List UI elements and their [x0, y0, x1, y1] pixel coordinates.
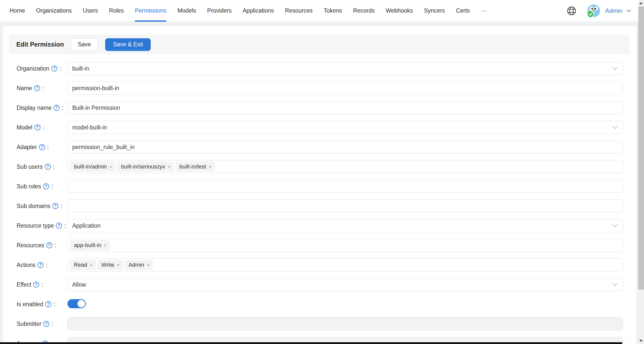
nav-item-more[interactable]: ··· [475, 0, 492, 21]
help-circle-icon[interactable]: ? [39, 144, 45, 150]
resources-multiselect[interactable]: app-built-in× [67, 239, 623, 252]
help-circle-icon[interactable]: ? [54, 105, 60, 111]
tag-remove-icon[interactable]: × [168, 164, 171, 169]
nav-item-providers[interactable]: Providers [202, 0, 237, 21]
tag-remove-icon[interactable]: × [109, 164, 112, 169]
sub-roles-multiselect[interactable] [67, 180, 623, 193]
form-row-actions: Actions?:Read×Write×Admin× [17, 258, 623, 271]
save-and-exit-button[interactable]: Save & Exit [105, 38, 151, 51]
label-colon: : [43, 124, 44, 131]
label-colon: : [55, 242, 56, 249]
vertical-scrollbar[interactable] [638, 0, 644, 344]
tag-remove-icon[interactable]: × [209, 164, 212, 169]
field-label-name: Name?: [17, 85, 67, 92]
display-name-input[interactable] [72, 105, 618, 111]
label-colon: : [60, 65, 61, 72]
help-circle-icon[interactable]: ? [34, 85, 40, 91]
form-row-is-enabled: Is enabled?: [17, 298, 623, 311]
form-row-sub-domains: Sub domains?: [17, 199, 623, 213]
label-text: Actions [17, 262, 35, 268]
adapter-input[interactable] [72, 144, 618, 151]
field-label-sub-users: Sub users?: [17, 163, 67, 170]
nav-item-models[interactable]: Models [172, 0, 202, 21]
nav-item-certs[interactable]: Certs [451, 0, 475, 21]
submitter-input-disabled [67, 317, 623, 330]
bottom-clipped-strip [0, 342, 622, 344]
sub-users-multiselect[interactable]: built-in/admin×built-in/seriouszyx×built… [67, 160, 623, 173]
current-user-name[interactable]: Admin [605, 7, 622, 14]
label-text: Model [17, 124, 32, 131]
label-text: Display name [17, 105, 52, 111]
adapter-input-box [67, 141, 623, 154]
save-button[interactable]: Save [71, 38, 98, 51]
is-enabled-switch[interactable] [67, 299, 86, 308]
scrollbar-down-arrow-icon[interactable] [639, 340, 643, 342]
switch-knob [77, 300, 85, 307]
label-text: Submitter [17, 321, 41, 327]
field-control-name [67, 82, 623, 95]
selected-value: Allow [72, 281, 86, 288]
content-panel: Edit Permission Save Save & Exit Organiz… [3, 25, 636, 344]
tag-built-in-test: built-in/test× [176, 162, 215, 172]
tag-remove-icon[interactable]: × [147, 262, 150, 267]
sub-domains-multiselect[interactable] [67, 199, 623, 213]
form-row-resource-type: Resource type?:Application [17, 219, 623, 232]
help-circle-icon[interactable]: ? [33, 282, 39, 288]
user-avatar[interactable] [586, 4, 600, 18]
nav-item-resources[interactable]: Resources [279, 0, 318, 21]
nav-item-users[interactable]: Users [77, 0, 103, 21]
help-circle-icon[interactable]: ? [43, 321, 49, 327]
nav-item-syncers[interactable]: Syncers [419, 0, 451, 21]
tag-read: Read× [70, 260, 96, 270]
help-circle-icon[interactable]: ? [45, 164, 51, 170]
nav-item-records[interactable]: Records [348, 0, 380, 21]
field-control-resource-type: Application [67, 219, 623, 232]
tag-remove-icon[interactable]: × [117, 262, 120, 267]
tag-remove-icon[interactable]: × [90, 262, 93, 267]
field-label-display-name: Display name?: [17, 105, 67, 111]
label-colon: : [51, 183, 53, 190]
field-control-effect: Allow [67, 278, 623, 291]
tag-built-in-seriouszyx: built-in/seriouszyx× [117, 162, 174, 172]
tag-remove-icon[interactable]: × [104, 243, 107, 248]
help-circle-icon[interactable]: ? [45, 301, 51, 307]
nav-item-applications[interactable]: Applications [237, 0, 279, 21]
field-control-sub-domains [67, 199, 623, 213]
selected-value: model-built-in [72, 124, 107, 131]
help-circle-icon[interactable]: ? [46, 242, 52, 248]
field-label-actions: Actions?: [17, 262, 67, 268]
help-circle-icon[interactable]: ? [43, 183, 49, 189]
form-row-resources: Resources?:app-built-in× [17, 239, 623, 252]
tag-admin: Admin× [125, 260, 153, 270]
effect-select[interactable]: Allow [67, 278, 623, 291]
nav-item-tokens[interactable]: Tokens [318, 0, 348, 21]
user-menu-chevron-down-icon[interactable] [626, 9, 631, 12]
help-circle-icon[interactable]: ? [37, 262, 44, 268]
tag-built-in-admin: built-in/admin× [70, 162, 115, 172]
scrollbar-up-arrow-icon[interactable] [639, 2, 643, 4]
nav-item-home[interactable]: Home [4, 0, 30, 21]
form-row-model: Model?:model-built-in [17, 121, 623, 134]
help-circle-icon[interactable]: ? [56, 223, 62, 229]
nav-item-webhooks[interactable]: Webhooks [380, 0, 418, 21]
model-select[interactable]: model-built-in [67, 121, 623, 134]
help-circle-icon[interactable]: ? [34, 124, 41, 130]
nav-item-roles[interactable]: Roles [103, 0, 129, 21]
actions-multiselect[interactable]: Read×Write×Admin× [67, 258, 623, 271]
language-globe-icon[interactable] [567, 6, 577, 16]
selected-value: Application [72, 222, 101, 229]
nav-item-permissions[interactable]: Permissions [129, 0, 172, 21]
help-circle-icon[interactable]: ? [51, 65, 57, 72]
help-circle-icon[interactable]: ? [52, 203, 58, 209]
field-label-model: Model?: [17, 124, 67, 131]
resource-type-select[interactable]: Application [67, 219, 623, 232]
name-input[interactable] [72, 85, 618, 92]
nav-item-organizations[interactable]: Organizations [30, 0, 77, 21]
tag-write: Write× [98, 260, 123, 270]
scrollbar-thumb[interactable] [638, 7, 644, 290]
permission-form: Organization?:built-inName?:Display name… [9, 54, 629, 344]
field-control-is-enabled [67, 299, 623, 309]
organization-select[interactable]: built-in [67, 62, 623, 75]
chevron-down-icon [612, 224, 618, 227]
label-text: Name [17, 85, 32, 92]
